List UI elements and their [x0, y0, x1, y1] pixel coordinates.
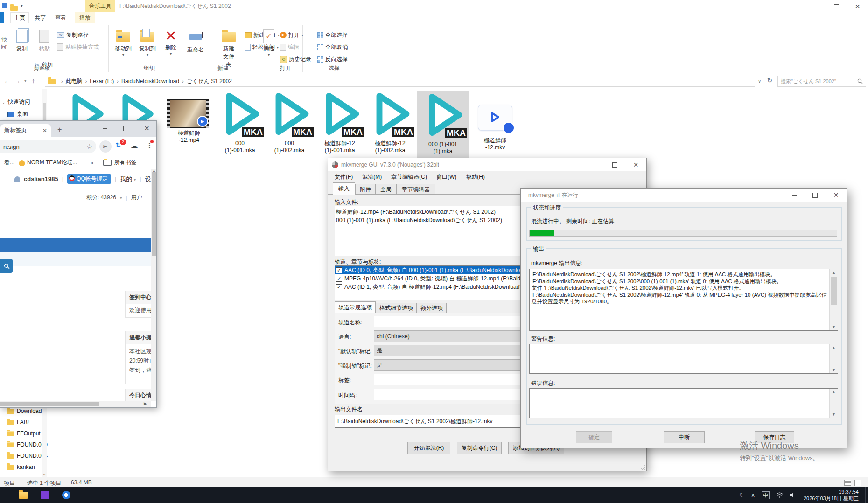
new-folder-button[interactable]: 新建文件夹: [217, 28, 241, 69]
checkbox-checked-icon[interactable]: ✓: [336, 267, 342, 273]
abort-button[interactable]: 中断: [664, 431, 705, 443]
sidebar-item-fab[interactable]: FAB!: [7, 419, 29, 426]
file-item-mka-selected[interactable]: MKA 000 (1)-001(1).mka: [417, 91, 469, 158]
all-bookmarks-button[interactable]: 所有书签: [103, 159, 136, 167]
sidebar-item-download[interactable]: Download: [7, 408, 42, 414]
credits-value[interactable]: 积分: 43926: [86, 194, 116, 202]
paste-button[interactable]: 粘贴: [35, 28, 54, 53]
qq-bind-button[interactable]: QQ帐号绑定: [67, 174, 111, 184]
checkbox-checked-icon[interactable]: ✓: [336, 276, 342, 282]
hscroll-thumb[interactable]: [0, 402, 99, 406]
scroll-down-icon[interactable]: ▼: [830, 368, 838, 372]
forum-nav-bar[interactable]: [0, 238, 151, 251]
copy-button[interactable]: 复制: [12, 28, 32, 53]
hscroll-right-icon[interactable]: ▶: [144, 401, 147, 406]
quick-access-folder-icon[interactable]: [10, 6, 18, 11]
file-item-mp4[interactable]: ▶ 極道鮮師-12.mp4: [167, 99, 211, 144]
dialog-minimize-button[interactable]: [784, 189, 805, 202]
bookmark-star-icon[interactable]: ☆: [86, 143, 92, 150]
tab-global[interactable]: 全局: [376, 184, 396, 195]
resize-grip[interactable]: [641, 465, 645, 470]
file-menu-button[interactable]: [0, 12, 4, 23]
explorer-minimize-button[interactable]: [805, 0, 826, 13]
scrollbar-down-icon[interactable]: ⌄: [42, 471, 47, 476]
checkbox-checked-icon[interactable]: ✓: [336, 284, 342, 290]
file-item-mka-3[interactable]: MKA 極道鮮師-12(1)-001.mka: [315, 91, 364, 154]
bookmark-item-first[interactable]: 看...: [4, 159, 14, 167]
file-item-mka-4[interactable]: MKA 極道鮮師-12(1)-002.mka: [366, 91, 414, 154]
dialog-maximize-button[interactable]: [805, 189, 826, 202]
scissors-extension-icon[interactable]: ✂: [99, 140, 112, 153]
tray-volume-icon[interactable]: [790, 492, 796, 498]
file-item-mka-1[interactable]: MKA 000(1)-001.mka: [217, 91, 263, 154]
updown-extension-icon[interactable]: ⇅ 2: [115, 141, 121, 149]
scroll-up-icon[interactable]: ▲: [830, 269, 838, 275]
scrollbar-thumb[interactable]: [831, 277, 837, 305]
ribbon-tab-home[interactable]: 主页: [10, 12, 29, 23]
contextual-tool-tab[interactable]: 音乐工具: [85, 0, 115, 12]
open-button[interactable]: ▶ 打开 ▾: [280, 30, 303, 40]
start-muxing-button[interactable]: 开始混流(R): [407, 442, 450, 454]
explorer-close-button[interactable]: ✕: [847, 0, 868, 13]
tray-wifi-icon[interactable]: [776, 492, 783, 498]
settings-link[interactable]: 设置: [145, 175, 151, 183]
breadcrumb[interactable]: › 此电脑 › Lexar (F:) › BaiduNetdiskDownloa…: [45, 76, 755, 87]
errors-scrollbar[interactable]: ▲ ▼: [829, 389, 838, 418]
bookmarks-overflow-icon[interactable]: »: [90, 159, 93, 166]
file-item-mka-2[interactable]: MKA 000(1)-002.mka: [266, 91, 313, 154]
taskbar-clock[interactable]: 19:37:54 2026年03月18日 星期三: [804, 489, 859, 502]
view-thumbnails-icon[interactable]: [854, 480, 861, 486]
copy-path-button[interactable]: W 复制路径: [57, 30, 89, 40]
errors-textarea[interactable]: ▲ ▼: [529, 388, 838, 418]
ribbon-tab-view[interactable]: 查看: [51, 12, 70, 23]
select-none-button[interactable]: 全部取消: [317, 42, 348, 52]
up-icon[interactable]: ↑: [32, 77, 35, 84]
tray-ime-icon[interactable]: 中: [762, 491, 770, 499]
invert-selection-button[interactable]: 反向选择: [317, 54, 348, 64]
menu-window[interactable]: 窗口(W): [432, 173, 461, 181]
ribbon-tab-play[interactable]: 播放: [75, 12, 95, 23]
browser-tab[interactable]: 新标签页 ✕: [0, 124, 51, 137]
rename-button[interactable]: I 重命名: [183, 28, 208, 54]
browser-minimize-button[interactable]: [94, 121, 115, 136]
warnings-textarea[interactable]: ▲ ▼: [529, 344, 838, 374]
tab-attachments[interactable]: 附件: [355, 184, 376, 195]
mkvmerge-minimize-button[interactable]: [583, 158, 604, 171]
sidebar-item-found000[interactable]: FOUND.000: [7, 441, 48, 448]
menu-chapter-editor[interactable]: 章节编辑器(C): [386, 173, 432, 181]
tab-chapter-editor[interactable]: 章节编辑器: [396, 184, 435, 195]
browser-menu-icon[interactable]: ⋮: [146, 141, 153, 150]
menu-muxing[interactable]: 混流(M): [357, 173, 386, 181]
tab-format-options[interactable]: 格式细节选项: [376, 303, 417, 313]
edit-button[interactable]: 编辑: [280, 42, 299, 52]
mkvmerge-maximize-button[interactable]: [604, 158, 625, 171]
vscroll-thumb[interactable]: [152, 172, 156, 256]
sidebar-item-ffoutput[interactable]: FFOutput: [7, 430, 41, 437]
scroll-down-icon[interactable]: ▼: [830, 325, 838, 329]
history-button[interactable]: ⟲ 历史记录: [280, 54, 311, 64]
search-box[interactable]: 搜索"ごくせん S1 2002": [777, 76, 866, 87]
menu-help[interactable]: 帮助(H): [461, 173, 490, 181]
move-to-button[interactable]: ⬅ 移动到 ▾: [112, 28, 134, 57]
taskbar-browser-button[interactable]: [61, 489, 72, 501]
refresh-icon[interactable]: ↻: [767, 77, 772, 84]
tab-close-icon[interactable]: ✕: [42, 127, 47, 134]
url-bar[interactable]: n:sign ☆: [0, 140, 96, 153]
dialog-close-button[interactable]: ✕: [826, 189, 847, 202]
breadcrumb-baidunetdisk[interactable]: BaiduNetdiskDownload: [121, 78, 179, 84]
warnings-scrollbar[interactable]: ▲ ▼: [829, 344, 838, 373]
show-desktop-button[interactable]: [865, 487, 868, 503]
mkvmerge-titlebar[interactable]: mkvmerge GUI v7.3.0 ('Nouages') 32bit ✕: [328, 158, 646, 171]
pin-quick-access-button[interactable]: '快 问': [1, 36, 7, 50]
breadcrumb-drive[interactable]: Lexar (F:): [90, 78, 114, 84]
dialog-titlebar[interactable]: mkvmerge 正在运行 ✕: [521, 189, 847, 202]
tab-track-general[interactable]: 轨道常规选项: [335, 301, 376, 313]
browser-hscrollbar[interactable]: ▶: [0, 401, 151, 407]
quick-access-chevron-icon[interactable]: ▾: [21, 3, 23, 8]
delete-button[interactable]: ✕ 删除 ▾: [161, 28, 181, 56]
tab-extra-options[interactable]: 额外选项: [417, 303, 447, 313]
sidebar-item-desktop[interactable]: 桌面: [7, 110, 28, 118]
select-all-button[interactable]: 全部选择: [317, 30, 348, 40]
scroll-down-icon[interactable]: ▼: [830, 412, 838, 417]
view-list-icon[interactable]: [844, 480, 851, 486]
